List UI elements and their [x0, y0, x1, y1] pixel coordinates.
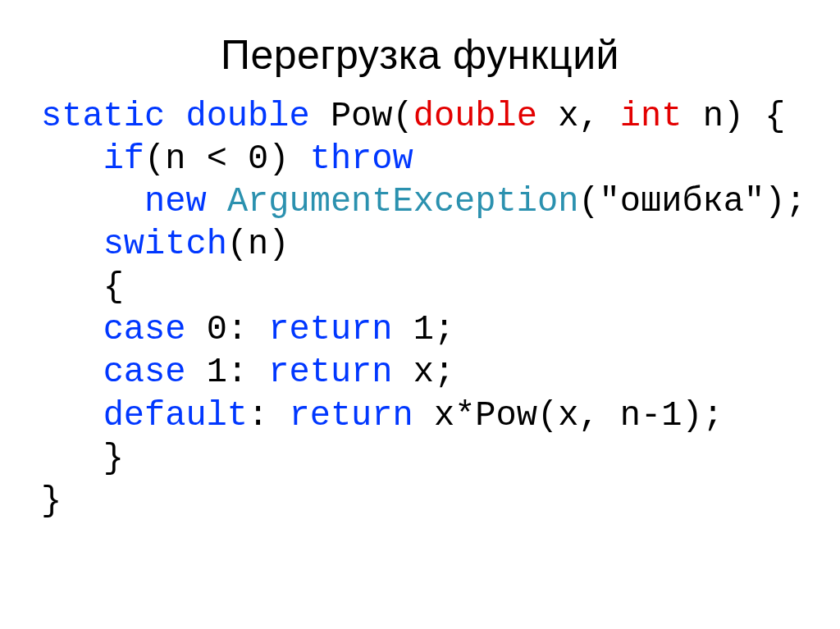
- fn-name: Pow(: [331, 97, 413, 136]
- indent: [41, 310, 103, 349]
- slide: Перегрузка функций static double Pow(dou…: [0, 31, 840, 629]
- colon: :: [248, 396, 289, 435]
- brace-close: }: [103, 439, 124, 478]
- kw-case: case: [103, 310, 186, 349]
- code-block: static double Pow(double x, int n) { if(…: [41, 95, 840, 522]
- kw-case: case: [103, 353, 186, 392]
- indent: [41, 225, 103, 264]
- kw-throw: throw: [310, 139, 413, 179]
- switch-expr: (n): [227, 225, 290, 264]
- kw-default: default: [103, 396, 248, 435]
- kw-if: if: [103, 139, 144, 179]
- kw-return: return: [268, 310, 392, 349]
- kw-return: return: [289, 396, 413, 435]
- kw-int: int: [620, 97, 682, 136]
- kw-switch: switch: [103, 225, 227, 264]
- kw-new: new: [144, 182, 207, 221]
- space: [310, 97, 331, 136]
- indent: [41, 353, 103, 392]
- type-argumentexception: ArgumentException: [227, 182, 578, 221]
- kw-double-param: double: [413, 97, 537, 136]
- indent: [41, 439, 103, 478]
- indent: [41, 182, 144, 221]
- kw-return: return: [268, 353, 392, 392]
- case-value: 0:: [185, 310, 268, 349]
- space: [165, 97, 185, 136]
- param-x: x,: [537, 97, 620, 136]
- indent: [41, 396, 103, 435]
- return-expr: x*Pow(x, n-1);: [413, 396, 724, 435]
- return-value: 1;: [393, 310, 455, 349]
- indent: [41, 139, 103, 179]
- string-literal: ("ошибка");: [578, 182, 806, 221]
- kw-double: double: [185, 97, 309, 136]
- case-value: 1:: [185, 353, 268, 392]
- indent: [41, 267, 103, 307]
- brace-close: }: [41, 481, 62, 521]
- brace-open: {: [103, 267, 124, 307]
- param-n: n) {: [682, 97, 785, 136]
- condition: (n < 0): [144, 139, 289, 179]
- return-value: x;: [393, 353, 455, 392]
- space: [289, 139, 309, 179]
- slide-title: Перегрузка функций: [0, 31, 840, 79]
- space: [207, 182, 227, 221]
- kw-static: static: [41, 97, 165, 136]
